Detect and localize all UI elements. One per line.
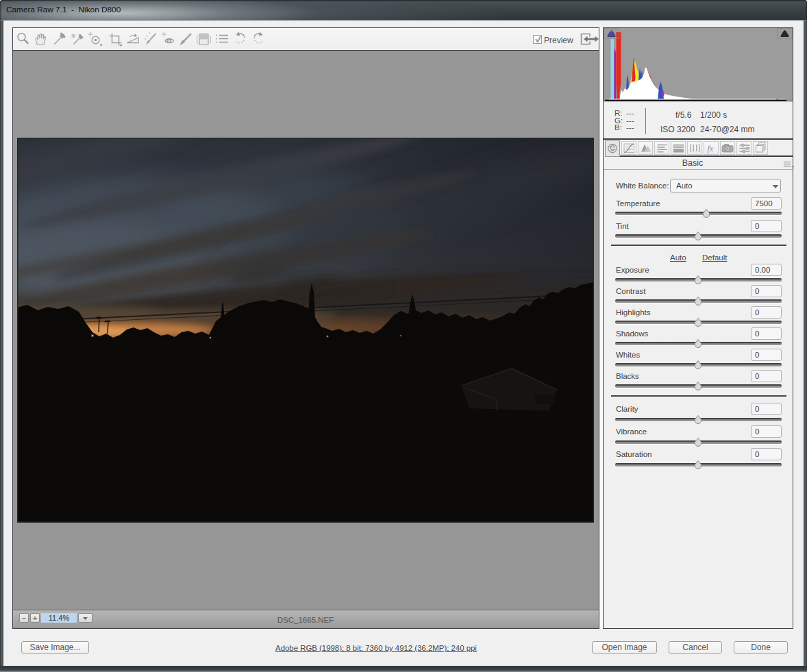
svg-text:fx: fx (708, 144, 714, 153)
